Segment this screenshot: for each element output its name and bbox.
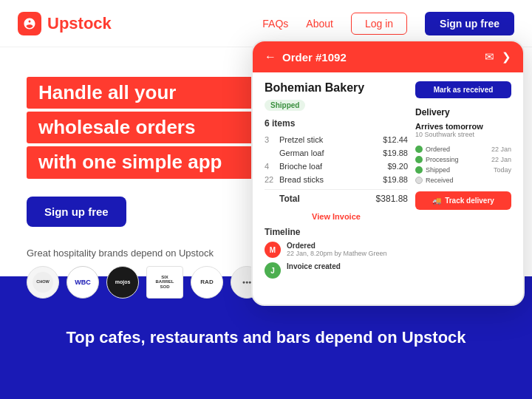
order-title: Order #1092	[282, 51, 347, 64]
delivery-step: Received	[415, 177, 511, 184]
timeline-item: J Invoice created	[265, 262, 408, 279]
tablet-header-right: ✉ ❯	[485, 50, 511, 64]
brands-row: CHOW WBC mojos SIXBARRELSOD RAD ●●●	[27, 266, 263, 299]
step-dot-shipped	[415, 166, 423, 174]
delivery-title: Delivery	[415, 107, 511, 117]
timeline-event-ordered: Ordered	[287, 242, 387, 250]
brand-rad: RAD	[191, 266, 223, 299]
table-row: 3 Pretzel stick $12.44	[265, 133, 408, 146]
login-button[interactable]: Log in	[351, 13, 407, 35]
logo-text: Upstock	[47, 14, 112, 33]
close-icon[interactable]: ❯	[502, 50, 511, 64]
headline-line-3: with one simple app	[27, 146, 263, 178]
table-row: 4 Brioche loaf $9.20	[265, 160, 408, 173]
timeline-title: Timeline	[265, 227, 408, 237]
nav-links: FAQs About Log in Sign up free	[262, 12, 514, 35]
headline-line-2: wholesale orders	[27, 112, 263, 143]
tablet-mockup: ← Order #1092 ✉ ❯ Bohemian Bakery Shippe…	[251, 40, 525, 306]
step-dot-received	[415, 177, 423, 184]
delivery-step: Shipped Today	[415, 166, 511, 174]
headline-line-1: Handle all your	[27, 77, 263, 109]
logo-icon	[18, 12, 41, 35]
brand-mojos: mojos	[106, 266, 139, 299]
view-invoice-link[interactable]: View Invoice	[265, 212, 408, 221]
hero-headline: Handle all your wholesale orders with on…	[27, 77, 263, 179]
nav-about[interactable]: About	[306, 18, 333, 30]
table-row: German loaf $19.88	[265, 146, 408, 160]
step-dot-processing	[415, 156, 423, 163]
order-table: 3 Pretzel stick $12.44 German loaf $19.8…	[265, 133, 408, 206]
timeline-section: Timeline M Ordered 22 Jan, 8.20pm by Mat…	[265, 227, 408, 279]
items-count: 6 items	[265, 118, 408, 129]
timeline-avatar-j: J	[265, 262, 281, 279]
timeline-avatar-m: M	[265, 242, 281, 258]
mark-received-button[interactable]: Mark as received	[415, 81, 511, 98]
step-dot-ordered	[415, 146, 423, 153]
tablet-main: Bohemian Bakery Shipped 6 items 3 Pretze…	[265, 81, 408, 283]
back-icon[interactable]: ←	[265, 50, 276, 64]
brand-sixbarrel: SIXBARRELSOD	[146, 266, 183, 299]
delivery-step: Ordered 22 Jan	[415, 146, 511, 153]
chat-icon[interactable]: ✉	[485, 50, 494, 64]
brands-label: Great hospitality brands depend on Upsto…	[27, 248, 263, 259]
svg-text:CHOW: CHOW	[36, 279, 50, 284]
hero-content: Handle all your wholesale orders with on…	[27, 77, 263, 299]
delivery-steps: Ordered 22 Jan Processing 22 Jan	[415, 146, 511, 184]
hero-section: Handle all your wholesale orders with on…	[0, 47, 532, 276]
table-row: 22 Bread sticks $19.88	[265, 173, 408, 186]
logo[interactable]: Upstock	[18, 12, 112, 35]
arrives-address: 10 Southwark street	[415, 131, 511, 138]
tablet-body: Bohemian Bakery Shipped 6 items 3 Pretze…	[253, 72, 523, 292]
brand-chow: CHOW	[27, 266, 59, 299]
tablet-sidebar: Mark as received Delivery Arrives tomorr…	[415, 81, 511, 283]
status-badge: Shipped	[265, 100, 305, 111]
bakery-name: Bohemian Bakery	[265, 81, 408, 95]
signup-hero-button[interactable]: Sign up free	[27, 197, 126, 227]
total-row: Total $381.88	[265, 189, 408, 206]
signup-nav-button[interactable]: Sign up free	[425, 12, 514, 35]
delivery-step: Processing 22 Jan	[415, 156, 511, 163]
tablet-header-left: ← Order #1092	[265, 50, 347, 64]
tablet-header: ← Order #1092 ✉ ❯	[253, 41, 523, 72]
nav-faqs[interactable]: FAQs	[262, 18, 288, 30]
truck-icon: 🚚	[432, 197, 441, 205]
timeline-item: M Ordered 22 Jan, 8.20pm by Mathew Green	[265, 242, 408, 258]
arrives-label: Arrives tomorrow	[415, 122, 511, 131]
blue-section-text: Top cafes, restaurants and bars depend o…	[66, 328, 466, 347]
timeline-event-invoice: Invoice created	[287, 262, 341, 270]
brand-wbc: WBC	[66, 266, 99, 299]
track-label: Track delivery	[445, 197, 494, 205]
timeline-detail-ordered: 22 Jan, 8.20pm by Mathew Green	[287, 250, 387, 257]
track-delivery-button[interactable]: 🚚 Track delivery	[415, 191, 511, 210]
